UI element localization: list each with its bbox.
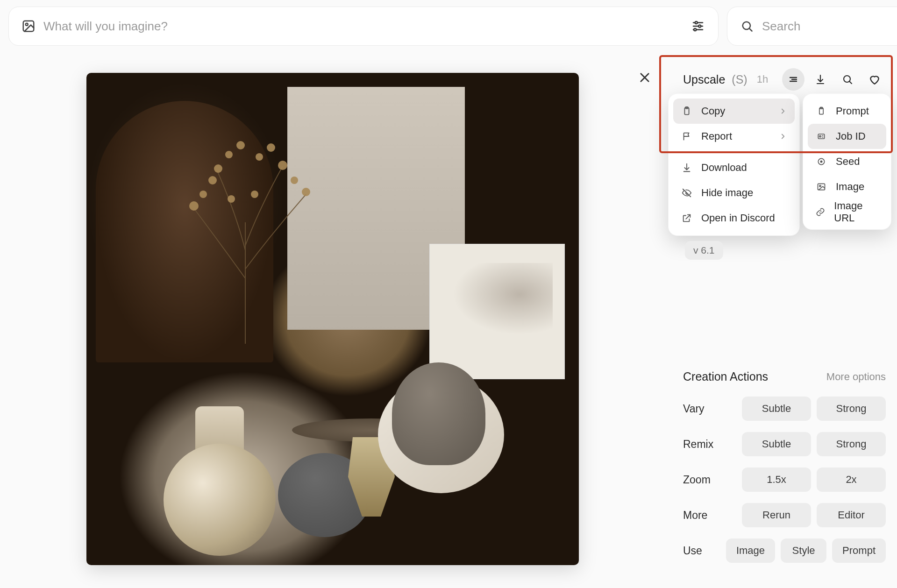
use-prompt-button[interactable]: Prompt <box>832 538 886 563</box>
zoom-2x-button[interactable]: 2x <box>817 468 886 492</box>
external-link-icon <box>681 212 693 224</box>
menu-separator <box>675 152 793 152</box>
image-age: 1h <box>757 73 768 85</box>
menu-item-label: Download <box>701 162 747 174</box>
rerun-button[interactable]: Rerun <box>742 503 811 527</box>
action-label: Vary <box>683 403 742 415</box>
image-icon <box>815 181 827 193</box>
svg-point-3 <box>695 21 698 24</box>
svg-point-17 <box>278 161 287 170</box>
menu-item-label: Hide image <box>701 187 753 199</box>
close-button[interactable] <box>636 69 653 86</box>
action-row-more: More Rerun Editor <box>683 503 886 527</box>
svg-point-39 <box>820 161 822 162</box>
vary-subtle-button[interactable]: Subtle <box>742 397 811 421</box>
svg-point-35 <box>819 135 821 137</box>
svg-line-9 <box>749 28 752 31</box>
menu-item-label: Seed <box>836 156 860 168</box>
menu-item-label: Image URL <box>834 200 879 224</box>
link-icon <box>815 206 826 218</box>
search-input[interactable] <box>762 19 897 34</box>
menu-item-label: Copy <box>701 105 725 117</box>
svg-point-7 <box>694 28 696 31</box>
search-in-image-button[interactable] <box>836 68 859 91</box>
prompt-input[interactable] <box>43 19 690 34</box>
creation-actions-heading: Creation Actions <box>683 370 768 383</box>
svg-line-29 <box>850 82 852 84</box>
clipboard-icon <box>681 105 693 117</box>
menu-item-download[interactable]: Download <box>673 155 795 180</box>
creation-actions-panel: Creation Actions More options Vary Subtl… <box>683 370 886 574</box>
action-label: Remix <box>683 438 742 451</box>
copy-submenu: Prompt Job ID Seed Image Image URL <box>803 93 891 230</box>
image-panel-header: Upscale (S) 1h <box>683 68 886 91</box>
menu-item-copy[interactable]: Copy <box>673 99 795 124</box>
use-style-button[interactable]: Style <box>781 538 826 563</box>
image-op-variant: (S) <box>732 73 747 86</box>
submenu-item-prompt[interactable]: Prompt <box>808 99 886 124</box>
image-actions-menu: Copy Report Download Hide image Open in … <box>668 93 800 236</box>
action-label: Use <box>683 545 726 557</box>
menu-item-label: Open in Discord <box>701 212 775 224</box>
chevron-right-icon <box>779 107 787 115</box>
editor-button[interactable]: Editor <box>817 503 886 527</box>
more-menu-button[interactable] <box>782 68 804 91</box>
use-image-button[interactable]: Image <box>726 538 775 563</box>
submenu-item-image[interactable]: Image <box>808 174 886 199</box>
menu-item-report[interactable]: Report <box>673 124 795 149</box>
image-op-title: Upscale <box>683 73 725 86</box>
submenu-item-seed[interactable]: Seed <box>808 149 886 174</box>
action-row-remix: Remix Subtle Strong <box>683 432 886 456</box>
submenu-item-image-url[interactable]: Image URL <box>808 199 886 225</box>
svg-point-22 <box>267 143 275 152</box>
svg-point-1 <box>26 23 28 26</box>
zoom-1-5x-button[interactable]: 1.5x <box>742 468 811 492</box>
clipboard-icon <box>815 105 827 117</box>
search-icon <box>740 19 755 34</box>
menu-item-label: Job ID <box>836 130 866 142</box>
remix-subtle-button[interactable]: Subtle <box>742 432 811 456</box>
favorite-button[interactable] <box>863 68 886 91</box>
generated-image[interactable] <box>86 73 579 565</box>
remix-strong-button[interactable]: Strong <box>817 432 886 456</box>
download-button[interactable] <box>809 68 832 91</box>
svg-point-5 <box>698 25 701 28</box>
vary-strong-button[interactable]: Strong <box>817 397 886 421</box>
action-row-vary: Vary Subtle Strong <box>683 397 886 421</box>
menu-item-label: Image <box>836 181 864 193</box>
version-badge: v 6.1 <box>685 241 723 260</box>
more-options-link[interactable]: More options <box>826 371 886 383</box>
menu-item-label: Prompt <box>836 105 869 117</box>
menu-item-hide-image[interactable]: Hide image <box>673 180 795 205</box>
action-label: Zoom <box>683 474 742 486</box>
action-row-use: Use Image Style Prompt <box>683 538 886 563</box>
action-label: More <box>683 509 742 522</box>
eye-off-icon <box>681 187 693 199</box>
search-bar[interactable] <box>727 7 897 46</box>
chevron-right-icon <box>779 132 787 141</box>
action-row-zoom: Zoom 1.5x 2x <box>683 468 886 492</box>
submenu-item-jobid[interactable]: Job ID <box>808 124 886 149</box>
settings-sliders-icon[interactable] <box>690 18 706 34</box>
menu-item-label: Report <box>701 130 732 142</box>
flag-icon <box>681 130 693 142</box>
image-icon <box>21 19 36 34</box>
seed-icon <box>815 156 827 168</box>
download-icon <box>681 162 693 174</box>
id-card-icon <box>815 130 827 142</box>
menu-item-open-discord[interactable]: Open in Discord <box>673 205 795 231</box>
svg-point-41 <box>819 185 821 187</box>
prompt-bar[interactable] <box>8 7 719 46</box>
